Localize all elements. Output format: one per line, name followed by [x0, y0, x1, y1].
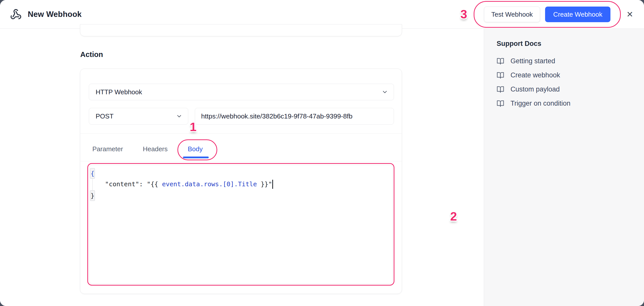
- http-method-value: POST: [96, 112, 114, 120]
- book-open-icon: [497, 72, 504, 79]
- tab-headers[interactable]: Headers: [143, 145, 168, 153]
- webhook-type-value: HTTP Webhook: [96, 88, 142, 96]
- annotation-box-body-editor: { } "content": "{{ event.data.rows.[0].T…: [87, 163, 394, 286]
- close-icon[interactable]: ✕: [624, 9, 635, 20]
- support-docs-sidebar: Support Docs Getting started Create webh…: [484, 29, 644, 306]
- modal-content: Action HTTP Webhook POST Parameter Heade…: [0, 29, 644, 306]
- fold-marker-open-brace[interactable]: {: [90, 168, 95, 179]
- code-line-content: "content": "{{ event.data.rows.[0].Title…: [97, 178, 273, 190]
- annotation-step-2: 2: [450, 210, 457, 223]
- sidebar-title: Support Docs: [497, 40, 644, 48]
- doc-link-getting-started[interactable]: Getting started: [497, 57, 644, 65]
- webhook-url-input[interactable]: [195, 108, 394, 125]
- divider: [80, 161, 402, 161]
- tab-body[interactable]: Body: [188, 145, 203, 153]
- header-actions: 3 Test Webhook Create Webhook ✕: [460, 0, 635, 29]
- text-cursor: [272, 180, 273, 189]
- doc-link-label: Trigger on condition: [511, 100, 571, 107]
- doc-link-label: Custom payload: [511, 85, 560, 93]
- action-card: HTTP Webhook POST Parameter Headers Body: [80, 69, 402, 294]
- webhook-icon: [10, 9, 22, 20]
- webhook-type-select[interactable]: HTTP Webhook: [89, 84, 394, 100]
- code-json-suffix: }}": [257, 180, 272, 188]
- code-json-prefix: "content": "{{: [97, 180, 162, 188]
- doc-link-label: Getting started: [511, 57, 555, 65]
- book-open-icon: [497, 57, 504, 65]
- fold-marker-close-brace[interactable]: }: [90, 190, 95, 201]
- main-panel: Action HTTP Webhook POST Parameter Heade…: [0, 29, 484, 306]
- annotation-step-3: 3: [460, 8, 467, 20]
- body-code-editor[interactable]: { } "content": "{{ event.data.rows.[0].T…: [89, 165, 393, 284]
- new-webhook-modal: New Webhook 3 Test Webhook Create Webhoo…: [0, 0, 644, 306]
- annotation-step-1: 1: [190, 121, 197, 133]
- doc-link-create-webhook[interactable]: Create webhook: [497, 71, 644, 79]
- http-method-select[interactable]: POST: [89, 108, 188, 125]
- divider: [80, 133, 402, 134]
- doc-link-label: Create webhook: [511, 71, 560, 79]
- doc-link-custom-payload[interactable]: Custom payload: [497, 85, 644, 93]
- tab-parameter[interactable]: Parameter: [92, 145, 123, 153]
- test-webhook-button[interactable]: Test Webhook: [484, 7, 540, 22]
- action-section-heading: Action: [80, 50, 103, 59]
- chevron-down-icon: [176, 113, 182, 119]
- active-tab-underline: [183, 157, 209, 158]
- book-open-icon: [497, 86, 504, 93]
- annotation-highlight-box: Test Webhook Create Webhook: [474, 1, 621, 28]
- scrolled-card-remnant: [80, 24, 402, 36]
- chevron-down-icon: [382, 89, 388, 95]
- create-webhook-button[interactable]: Create Webhook: [545, 7, 610, 22]
- code-template-expression: event.data.rows.[0].Title: [162, 180, 257, 188]
- book-open-icon: [497, 100, 504, 107]
- doc-link-trigger-on-condition[interactable]: Trigger on condition: [497, 100, 644, 107]
- page-title: New Webhook: [28, 10, 82, 19]
